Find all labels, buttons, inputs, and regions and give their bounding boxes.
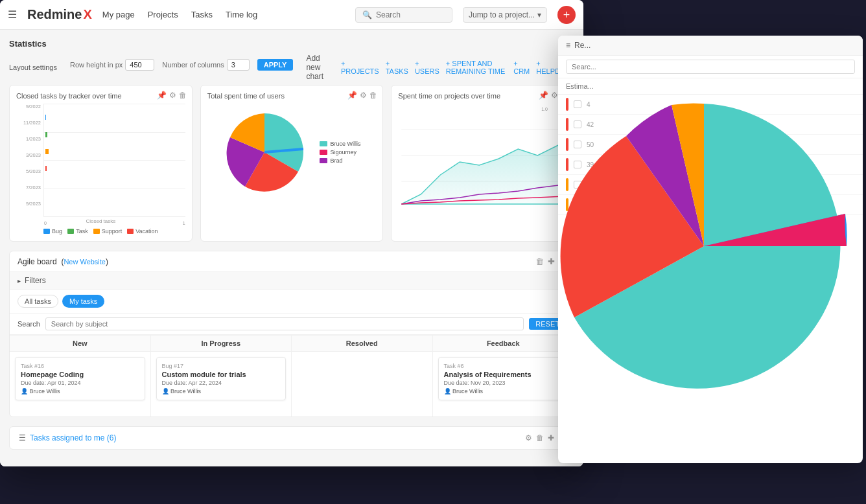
col-header-resolved: Resolved <box>292 336 432 352</box>
agile-title: Agile board (New Website) <box>18 257 108 266</box>
pie-chart-area: Bruce Willis Sigourney Brad <box>207 104 377 201</box>
bar <box>45 166 47 171</box>
kanban-col-inprogress: In Progress Bug #17 Custom module for tr… <box>151 336 292 417</box>
legend-bruce-label: Bruce Willis <box>330 141 360 147</box>
month-label: 9/2022 <box>16 104 41 109</box>
brand-text: Redmine <box>27 7 82 22</box>
row-height-group: Row height in px <box>70 59 154 71</box>
grid-line <box>44 160 185 161</box>
col-body-new: Task #16 Homepage Coding Due date: Apr 0… <box>10 352 150 417</box>
tab-all-tasks[interactable]: All tasks <box>18 295 58 308</box>
statistics-title: Statistics <box>9 39 574 49</box>
closed-tasks-chart: Closed tasks by tracker over time 📌 ⚙ 🗑 … <box>9 85 193 242</box>
chart2-settings-icon[interactable]: ⚙ <box>360 91 367 100</box>
col-body-inprogress: Bug #17 Custom module for trials Due dat… <box>151 352 292 417</box>
legend-brad: Brad <box>320 157 360 164</box>
legend-sigourney: Sigourney <box>320 149 360 155</box>
legend-bug-label: Bug <box>52 228 62 235</box>
pie-chart-svg <box>222 110 307 194</box>
add-projects-link[interactable]: + PROJECTS <box>341 60 379 75</box>
brand-x: X <box>83 7 91 22</box>
grid-line <box>44 132 185 133</box>
menu-icon[interactable]: ☰ <box>8 8 17 21</box>
nav-mypage[interactable]: My page <box>102 10 135 19</box>
charts-row: Closed tasks by tracker over time 📌 ⚙ 🗑 … <box>9 85 574 242</box>
add-button[interactable]: + <box>557 6 576 24</box>
filters-bar[interactable]: ▸ Filters <box>10 272 574 290</box>
row-height-input[interactable] <box>125 59 154 71</box>
col-body-resolved <box>292 352 432 417</box>
tasks-assigned-link[interactable]: Tasks assigned to me (6) <box>30 433 116 442</box>
search-box[interactable]: 🔍 <box>355 7 452 23</box>
kanban-card: Bug #17 Custom module for trials Due dat… <box>156 357 287 400</box>
big-pie-container <box>542 65 866 453</box>
user-icon: 👤 <box>21 388 28 395</box>
card-user: 👤 Bruce Willis <box>21 388 139 395</box>
kanban-card: Task #16 Homepage Coding Due date: Apr 0… <box>15 357 145 400</box>
legend-sig-color <box>320 150 327 155</box>
col-header-new: New <box>10 336 150 352</box>
bar <box>45 115 46 120</box>
columns-label: Number of columns <box>162 61 224 69</box>
add-tasks-link[interactable]: + TASKS <box>386 60 408 75</box>
chart2-pin-icon[interactable]: 📌 <box>347 91 357 100</box>
tab-my-tasks[interactable]: My tasks <box>62 295 104 308</box>
search-row: Search RESET <box>10 314 574 335</box>
chart1-settings-icon[interactable]: ⚙ <box>169 91 176 100</box>
month-label: 11/2022 <box>16 120 41 126</box>
bar <box>45 132 47 137</box>
bar-chart-body: 9/2022 11/2022 1/2023 3/2023 5/2023 7/20… <box>16 104 185 217</box>
kanban-col-resolved: Resolved <box>292 336 433 417</box>
jump-to-project[interactable]: Jump to a project... ▾ <box>463 7 547 23</box>
legend-vacation-color <box>127 229 134 234</box>
apply-button[interactable]: APPLY <box>257 59 294 71</box>
tasks-assigned-bar: ☰ Tasks assigned to me (6) ⚙ 🗑 ✚ ⌃ <box>9 426 574 450</box>
legend-bug-color <box>43 229 50 234</box>
jump-chevron-icon: ▾ <box>537 10 541 19</box>
add-crm-link[interactable]: + CRM <box>513 60 530 75</box>
tasks-left: ☰ Tasks assigned to me (6) <box>19 433 116 442</box>
nav-links: My page Projects Tasks Time log <box>102 10 345 19</box>
layout-bar: Row height in px Number of columns APPLY <box>70 59 293 71</box>
nav-tasks[interactable]: Tasks <box>191 10 213 19</box>
legend-support-label: Support <box>102 228 123 235</box>
search-input[interactable] <box>376 10 445 19</box>
chart2-actions: 📌 ⚙ 🗑 <box>347 91 377 100</box>
chart1-actions: 📌 ⚙ 🗑 <box>157 91 187 100</box>
legend-task: Task <box>67 228 88 235</box>
chart1-pin-icon[interactable]: 📌 <box>157 91 167 100</box>
legend-support-color <box>93 229 100 234</box>
chart2-delete-icon[interactable]: 🗑 <box>369 91 377 100</box>
columns-input[interactable] <box>227 59 250 71</box>
agile-title-text: Agile board <box>18 257 57 266</box>
jump-to-label: Jump to a project... <box>469 10 535 19</box>
tasks-count: (6) <box>107 433 117 442</box>
legend-support: Support <box>93 228 123 235</box>
legend-task-color <box>67 229 74 234</box>
chart1-delete-icon[interactable]: 🗑 <box>179 91 187 100</box>
task-search-input[interactable] <box>45 317 524 330</box>
chart-area: 0 1 <box>43 104 185 217</box>
col-header-inprogress: In Progress <box>151 336 292 352</box>
legend-bruce-color <box>320 141 327 146</box>
month-label: 5/2023 <box>16 168 41 174</box>
kanban-board: New Task #16 Homepage Coding Due date: A… <box>10 335 574 417</box>
x-label-0: 0 <box>44 221 47 225</box>
month-label: 7/2023 <box>16 185 41 190</box>
tasks-settings-icon[interactable]: ⚙ <box>525 433 532 442</box>
agile-board: Agile board (New Website) 🗑 ✚ ⌃ ▸ Filter… <box>9 251 574 417</box>
add-spent-link[interactable]: + SPENT AND REMAINING TIME <box>446 60 507 75</box>
filters-chevron-icon: ▸ <box>18 277 21 284</box>
nav-projects[interactable]: Projects <box>148 10 178 19</box>
card-due: Due date: Apr 22, 2024 <box>162 380 281 386</box>
card-title: Homepage Coding <box>21 371 139 378</box>
brand-logo: RedmineX <box>27 7 92 22</box>
bar <box>45 149 49 154</box>
add-users-link[interactable]: + USERS <box>415 60 439 75</box>
agile-project-link[interactable]: New Website <box>64 258 106 266</box>
y-axis: 9/2022 11/2022 1/2023 3/2023 5/2023 7/20… <box>16 104 43 217</box>
bar-chart-legend: Bug Task Support Vacation <box>16 228 185 235</box>
add-chart-label: Add new chart <box>306 54 334 81</box>
nav-timelog[interactable]: Time log <box>226 10 257 19</box>
tasks-title-text: Tasks assigned to me <box>30 433 104 442</box>
